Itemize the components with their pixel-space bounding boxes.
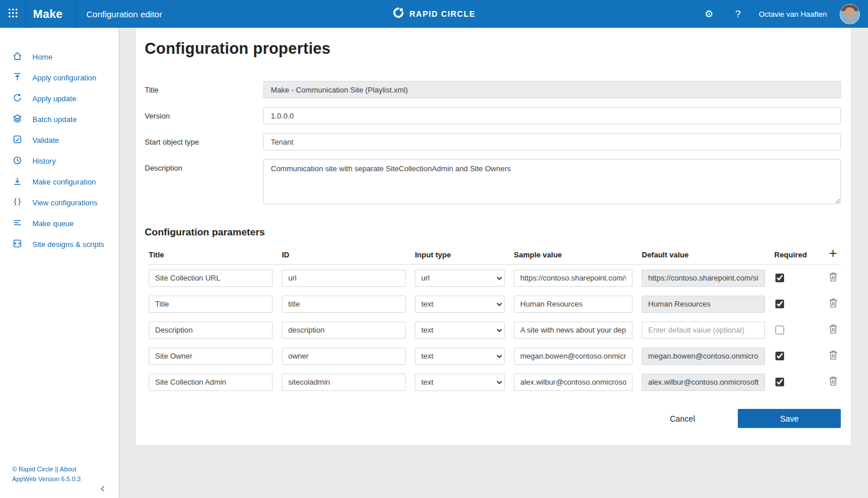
param-sample-input[interactable] bbox=[514, 322, 632, 339]
param-input-type-select[interactable]: text bbox=[415, 374, 505, 391]
sidebar-item-label: Batch update bbox=[32, 115, 77, 124]
param-title-input[interactable] bbox=[149, 270, 273, 287]
param-id-input[interactable] bbox=[282, 322, 406, 339]
sidebar-item-label: View configurations bbox=[32, 198, 98, 207]
param-required-checkbox[interactable] bbox=[775, 352, 784, 360]
sidebar-item-label: Site designs & scripts bbox=[32, 240, 104, 249]
app-launcher-button[interactable] bbox=[0, 0, 26, 28]
param-default-input[interactable] bbox=[642, 296, 765, 313]
rapid-circle-logo-icon bbox=[393, 7, 404, 21]
sidebar-item-make-configuration[interactable]: Make configuration bbox=[0, 171, 119, 192]
parameter-row: url bbox=[149, 265, 841, 291]
param-default-input[interactable] bbox=[642, 270, 765, 287]
title-input[interactable] bbox=[263, 81, 841, 98]
param-sample-input[interactable] bbox=[514, 374, 632, 391]
add-parameter-button[interactable]: + bbox=[826, 248, 839, 259]
param-default-input[interactable] bbox=[642, 322, 765, 339]
param-required-checkbox[interactable] bbox=[775, 300, 784, 308]
sidebar-item-apply-update[interactable]: Apply update bbox=[0, 88, 119, 109]
sidebar-item-history[interactable]: History bbox=[0, 150, 119, 171]
parameter-row: text bbox=[149, 317, 841, 343]
upload-icon bbox=[12, 72, 23, 84]
waffle-icon bbox=[8, 8, 18, 20]
rapid-circle-logo: RAPID CIRCLE bbox=[393, 7, 476, 21]
param-default-input[interactable] bbox=[642, 374, 765, 391]
param-sample-input[interactable] bbox=[514, 270, 632, 287]
version-input[interactable] bbox=[263, 107, 841, 124]
title-label: Title bbox=[145, 81, 263, 98]
start-object-type-label: Start object type bbox=[145, 133, 263, 150]
param-default-input[interactable] bbox=[642, 348, 765, 365]
main-content: Configuration properties Title Version S… bbox=[119, 0, 868, 445]
trash-icon bbox=[829, 350, 838, 362]
page-title: Configuration editor bbox=[76, 9, 162, 19]
column-header-required: Required bbox=[774, 250, 816, 259]
param-title-input[interactable] bbox=[149, 322, 273, 339]
delete-parameter-button[interactable] bbox=[827, 349, 839, 363]
param-required-checkbox[interactable] bbox=[775, 378, 784, 386]
sidebar-footer-version: AppWeb Version 6.5.0.3 bbox=[12, 474, 80, 484]
param-title-input[interactable] bbox=[149, 348, 273, 365]
validate-checkbox-icon bbox=[12, 134, 23, 146]
sidebar-item-home[interactable]: Home bbox=[0, 46, 119, 67]
param-id-input[interactable] bbox=[282, 374, 406, 391]
param-title-input[interactable] bbox=[149, 374, 273, 391]
param-sample-input[interactable] bbox=[514, 296, 632, 313]
trash-icon bbox=[829, 272, 838, 284]
sidebar-item-view-configurations[interactable]: View configurations bbox=[0, 192, 119, 213]
avatar[interactable] bbox=[840, 4, 860, 24]
sidebar-item-make-queue[interactable]: Make queue bbox=[0, 213, 119, 234]
delete-parameter-button[interactable] bbox=[827, 271, 839, 285]
brand-logo[interactable]: Make bbox=[26, 8, 75, 21]
sidebar-item-label: Make queue bbox=[32, 219, 74, 228]
delete-parameter-button[interactable] bbox=[827, 323, 839, 337]
sidebar-item-apply-configuration[interactable]: Apply configuration bbox=[0, 67, 119, 88]
column-header-id: ID bbox=[282, 250, 406, 259]
layers-icon bbox=[12, 113, 23, 126]
sidebar-collapse-button[interactable] bbox=[97, 482, 109, 497]
chevron-left-icon bbox=[99, 486, 107, 495]
param-id-input[interactable] bbox=[282, 270, 406, 287]
start-object-type-input[interactable] bbox=[263, 133, 841, 150]
param-input-type-select[interactable]: text bbox=[415, 348, 505, 365]
sidebar-item-validate[interactable]: Validate bbox=[0, 130, 119, 150]
param-id-input[interactable] bbox=[282, 348, 406, 365]
download-icon bbox=[12, 176, 23, 188]
help-button[interactable]: ? bbox=[730, 6, 746, 22]
sidebar-footer-copyright[interactable]: © Rapid Circle || About bbox=[12, 464, 80, 474]
cancel-button[interactable]: Cancel bbox=[664, 411, 701, 427]
card-heading: Configuration properties bbox=[145, 40, 841, 58]
sidebar-item-batch-update[interactable]: Batch update bbox=[0, 109, 119, 130]
column-header-title: Title bbox=[149, 250, 273, 259]
save-button[interactable]: Save bbox=[738, 409, 841, 428]
trash-icon bbox=[829, 298, 838, 310]
version-label: Version bbox=[145, 107, 263, 124]
sidebar-item-site-designs-scripts[interactable]: Site designs & scripts bbox=[0, 234, 119, 254]
parameters-header-row: Title ID Input type Sample value Default… bbox=[149, 248, 841, 265]
trash-icon bbox=[829, 376, 838, 388]
param-required-checkbox[interactable] bbox=[775, 274, 784, 282]
configuration-card: Configuration properties Title Version S… bbox=[136, 16, 851, 445]
param-title-input[interactable] bbox=[149, 296, 273, 313]
sidebar-item-label: History bbox=[32, 157, 56, 165]
delete-parameter-button[interactable] bbox=[827, 297, 839, 311]
param-input-type-select[interactable]: text bbox=[415, 296, 505, 313]
description-textarea[interactable]: Communication site with separate SiteCol… bbox=[263, 159, 841, 204]
sidebar-item-label: Apply update bbox=[32, 94, 76, 103]
param-id-input[interactable] bbox=[282, 296, 406, 313]
script-icon bbox=[12, 238, 23, 250]
param-required-checkbox[interactable] bbox=[775, 326, 784, 334]
param-sample-input[interactable] bbox=[514, 348, 632, 365]
delete-parameter-button[interactable] bbox=[827, 375, 839, 389]
sidebar-item-label: Home bbox=[32, 53, 53, 61]
help-icon: ? bbox=[735, 9, 740, 19]
settings-button[interactable]: ⚙ bbox=[701, 6, 717, 22]
column-header-sample-value: Sample value bbox=[514, 250, 632, 259]
history-icon bbox=[12, 155, 23, 167]
column-header-default-value: Default value bbox=[642, 250, 765, 259]
param-input-type-select[interactable]: text bbox=[415, 322, 505, 339]
home-icon bbox=[12, 51, 23, 63]
parameter-row: text bbox=[149, 369, 841, 395]
description-label: Description bbox=[145, 159, 263, 204]
param-input-type-select[interactable]: url bbox=[415, 270, 505, 287]
